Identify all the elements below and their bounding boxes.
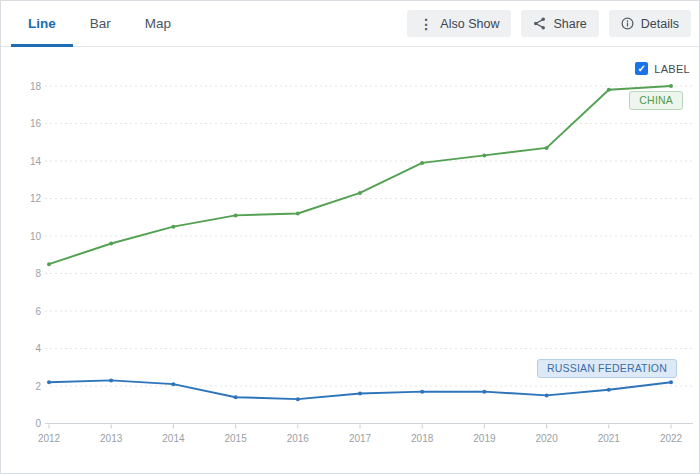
svg-text:2018: 2018 (411, 433, 434, 444)
svg-text:2017: 2017 (349, 433, 372, 444)
kebab-dots-icon: ⋮ (419, 17, 433, 31)
svg-text:10: 10 (30, 231, 42, 242)
svg-text:4: 4 (35, 343, 41, 354)
tab-bar[interactable]: Bar (73, 1, 128, 46)
svg-text:2013: 2013 (100, 433, 123, 444)
svg-text:2021: 2021 (598, 433, 621, 444)
svg-text:2: 2 (35, 381, 41, 392)
checkbox-checked-icon: ✓ (635, 62, 648, 75)
svg-text:0: 0 (35, 418, 41, 429)
svg-text:2020: 2020 (535, 433, 558, 444)
svg-text:8: 8 (35, 268, 41, 279)
tab-map-label: Map (145, 16, 171, 31)
header-actions: ⋮ Also Show Share (407, 10, 691, 37)
chart-header: Line Bar Map ⋮ Also Show (1, 1, 699, 47)
svg-text:2015: 2015 (224, 433, 247, 444)
share-label: Share (553, 17, 586, 31)
label-checkbox-text: LABEL (654, 63, 690, 75)
tab-line-label: Line (28, 16, 56, 31)
svg-text:2019: 2019 (473, 433, 496, 444)
also-show-label: Also Show (440, 17, 499, 31)
svg-text:2014: 2014 (162, 433, 185, 444)
svg-text:2012: 2012 (38, 433, 61, 444)
share-button[interactable]: Share (521, 10, 598, 37)
info-circle-icon (621, 17, 634, 30)
series-label-russia: RUSSIAN FEDERATION (537, 359, 677, 378)
line-chart[interactable]: 0246810121416182012201320142015201620172… (1, 47, 700, 474)
series-label-china: CHINA (629, 91, 683, 110)
svg-text:18: 18 (30, 81, 42, 92)
svg-text:14: 14 (30, 156, 42, 167)
svg-text:6: 6 (35, 306, 41, 317)
share-icon (533, 17, 546, 30)
tab-bar-label: Bar (90, 16, 111, 31)
svg-text:12: 12 (30, 193, 42, 204)
also-show-button[interactable]: ⋮ Also Show (407, 10, 511, 37)
details-button[interactable]: Details (609, 10, 691, 37)
details-label: Details (641, 17, 679, 31)
svg-text:16: 16 (30, 118, 42, 129)
chart-area: 0246810121416182012201320142015201620172… (1, 47, 700, 474)
tab-line[interactable]: Line (11, 1, 73, 46)
svg-text:2022: 2022 (660, 433, 683, 444)
tab-map[interactable]: Map (128, 1, 188, 46)
label-checkbox[interactable]: ✓ LABEL (635, 62, 690, 75)
svg-text:2016: 2016 (287, 433, 310, 444)
view-tabs: Line Bar Map (11, 1, 188, 46)
chart-widget: Line Bar Map ⋮ Also Show (0, 0, 700, 474)
